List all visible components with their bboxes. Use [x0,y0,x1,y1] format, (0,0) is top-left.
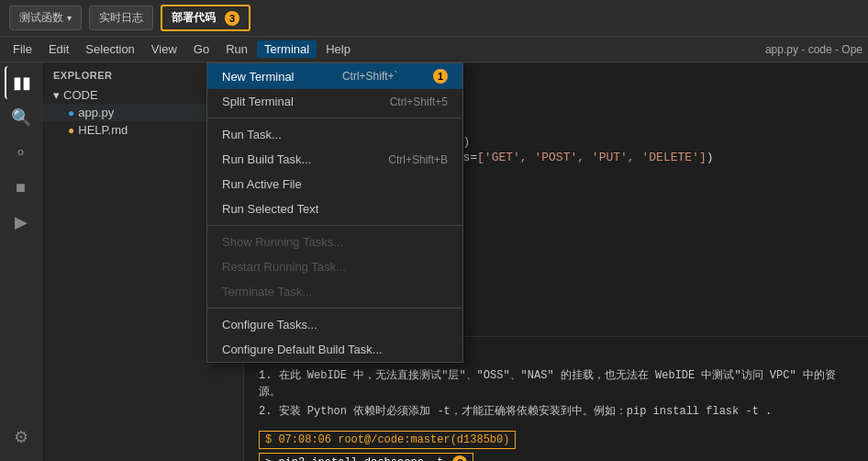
menu-configure-tasks[interactable]: Configure Tasks... [207,312,462,337]
split-terminal-shortcut: Ctrl+Shift+5 [390,96,448,108]
menu-terminal[interactable]: Terminal [257,40,317,58]
settings-icon[interactable]: ⚙ [5,421,38,454]
separator-2 [207,225,462,226]
terminal-badge: 2 [452,455,467,461]
run-task-label: Run Task... [222,128,282,141]
sidebar-icons: ▮▮ 🔍 ⚬ ■ ▶ ⚙ [0,62,42,461]
run-selected-text-label: Run Selected Text [222,202,318,216]
menu-run[interactable]: Run [218,40,255,58]
terminal-line-2: 2. 安装 Python 依赖时必须添加 -t，才能正确将依赖安装到中。例如：p… [259,403,853,420]
window-title: app.py - code - Ope [765,43,862,56]
menu-edit[interactable]: Edit [41,40,76,58]
helpmd-filename: HELP.md [78,123,128,137]
terminal-line-1: 1. 在此 WebIDE 中，无法直接测试"层"、"OSS"、"NAS" 的挂载… [259,367,853,400]
source-control-icon[interactable]: ⚬ [5,136,38,169]
py-file-icon: ● [68,107,74,119]
menu-file[interactable]: File [6,40,39,58]
terminal-prompt: $ 07:08:06 root@/code:master(d1385b0) [259,431,516,449]
deploy-code-btn[interactable]: 部署代码 3 [161,5,250,31]
terminal-dropdown: New Terminal Ctrl+Shift+` 1 Split Termin… [206,62,463,363]
configure-default-build-label: Configure Default Build Task... [222,343,383,356]
command-text: > pip3 install dashscope -t [265,456,443,461]
folder-chevron-icon: ▾ [53,88,60,102]
menu-run-task[interactable]: Run Task... [207,122,462,147]
restart-running-label: Restart Running Task... [222,260,346,274]
menu-run-build-task[interactable]: Run Build Task... Ctrl+Shift+B [207,147,462,172]
menu-split-terminal[interactable]: Split Terminal Ctrl+Shift+5 [207,89,462,114]
menu-run-selected-text[interactable]: Run Selected Text [207,197,462,221]
menu-go[interactable]: Go [186,40,217,58]
search-icon[interactable]: 🔍 [5,101,38,134]
extensions-icon[interactable]: ■ [5,171,38,204]
menu-view[interactable]: View [144,40,184,58]
dropdown-chevron-icon: ▾ [67,13,72,23]
new-terminal-badge: 1 [433,69,448,84]
menu-help[interactable]: Help [318,40,358,58]
realtime-log-label: 实时日志 [99,10,143,26]
run-build-task-shortcut: Ctrl+Shift+B [388,153,448,166]
menu-configure-default-build[interactable]: Configure Default Build Task... [207,337,462,362]
menu-restart-running: Restart Running Task... [207,254,462,279]
menu-terminate-task: Terminate Task... [207,279,462,304]
deploy-code-label: 部署代码 [172,10,216,26]
separator-3 [207,308,462,309]
menu-selection[interactable]: Selection [78,40,141,58]
configure-tasks-label: Configure Tasks... [222,318,317,332]
top-bar: 测试函数 ▾ 实时日志 部署代码 3 [0,0,868,37]
prompt-text: $ 07:08:06 root@/code:master(d1385b0) [265,433,509,446]
debug-icon[interactable]: ▶ [5,206,38,239]
test-function-label: 测试函数 [19,10,63,26]
run-active-file-label: Run Active File [222,177,302,191]
menu-run-active-file[interactable]: Run Active File [207,172,462,197]
run-build-task-label: Run Build Task... [222,152,311,166]
terminate-task-label: Terminate Task... [222,285,312,298]
test-function-btn[interactable]: 测试函数 ▾ [9,6,82,30]
apppy-filename: app.py [78,106,114,119]
new-terminal-label: New Terminal [222,70,295,84]
menu-show-running: Show Running Tasks... [207,230,462,254]
md-file-icon: ● [68,124,74,137]
realtime-log-btn[interactable]: 实时日志 [89,6,153,30]
terminal-prompt-block: $ 07:08:06 root@/code:master(d1385b0) > … [259,427,853,461]
split-terminal-label: Split Terminal [222,95,294,108]
deploy-badge: 3 [225,11,239,26]
separator-1 [207,118,462,118]
terminal-command-block[interactable]: > pip3 install dashscope -t 2 [259,453,473,461]
show-running-label: Show Running Tasks... [222,235,343,249]
terminal-area: 1. 在此 WebIDE 中，无法直接测试"层"、"OSS"、"NAS" 的挂载… [244,360,868,461]
menu-new-terminal[interactable]: New Terminal Ctrl+Shift+` 1 [207,63,462,89]
code-folder-label: CODE [63,88,98,102]
explorer-icon[interactable]: ▮▮ [5,66,38,99]
menu-bar: File Edit Selection View Go Run Terminal… [0,37,868,62]
new-terminal-shortcut: Ctrl+Shift+` [342,70,398,83]
